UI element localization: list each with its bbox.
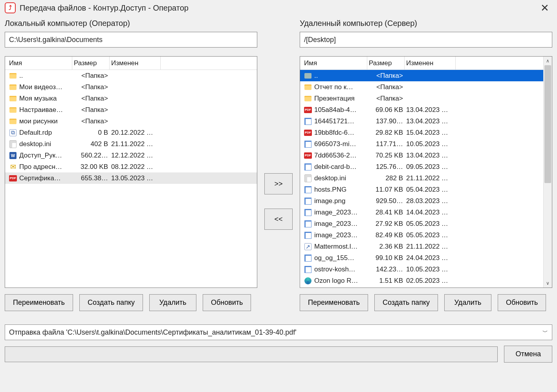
file-size: 142.23… [367, 266, 405, 273]
local-path-input[interactable]: C:\Users\t.galkina\Documents [5, 32, 257, 48]
file-size: 137.90… [367, 117, 405, 125]
table-row[interactable]: image_2023… 27.92 KB 05.05.2023 … [300, 218, 543, 229]
file-size: 82.49 KB [367, 231, 405, 239]
file-modified: 21.11.2022 … [405, 174, 456, 182]
table-row[interactable]: 164451721… 137.90… 13.04.2023 … [300, 115, 543, 127]
file-size: 1.51 KB [367, 277, 405, 285]
cancel-button[interactable]: Отмена [504, 346, 552, 363]
chevron-down-icon: ﹀ [542, 329, 548, 336]
file-size: 28.41 KB [367, 209, 405, 216]
table-row[interactable]: .. <Папка> [5, 70, 257, 81]
ini-icon [304, 174, 312, 182]
table-row[interactable]: ostrov-kosh… 142.23… 10.05.2023 … [300, 264, 543, 275]
table-row[interactable]: 105a84ab-4… 69.06 KB 13.04.2023 … [300, 104, 543, 115]
col-size[interactable]: Размер [72, 57, 110, 70]
file-size: 29.82 KB [367, 129, 405, 137]
img-icon [304, 186, 312, 194]
table-row[interactable]: Ozon logo R… 1.51 KB 02.05.2023 … [300, 275, 543, 286]
file-modified: 13.04.2023 … [405, 106, 456, 114]
file-modified: 20.12.2022 … [110, 129, 161, 137]
remote-path-input[interactable]: /[Desktop] [300, 32, 552, 48]
file-modified: 08.12.2022 … [110, 163, 161, 171]
scroll-up-icon[interactable]: ∧ [544, 57, 552, 65]
table-row[interactable]: Доступ_Рук… 560.22… 12.12.2022 … [5, 150, 257, 161]
table-row[interactable]: hosts.PNG 11.07 KB 05.04.2023 … [300, 184, 543, 195]
local-delete-button[interactable]: Удалить [149, 294, 196, 311]
file-size: 27.92 KB [367, 220, 405, 228]
table-row[interactable]: .. <Папка> [300, 70, 543, 81]
col-name[interactable]: Имя [7, 57, 72, 70]
local-mkdir-button[interactable]: Создать папку [79, 294, 143, 311]
rdp-icon [9, 129, 17, 137]
file-size: 125.76… [367, 163, 405, 171]
close-icon[interactable]: ✕ [537, 0, 552, 16]
table-row[interactable]: image_2023… 28.41 KB 14.04.2023 … [300, 207, 543, 218]
table-row[interactable]: desktop.ini 402 B 21.11.2022 … [5, 138, 257, 150]
col-modified[interactable]: Изменен [405, 57, 456, 70]
table-row[interactable]: 7dd66536-2… 70.25 KB 13.04.2023 … [300, 150, 543, 161]
scroll-thumb[interactable] [544, 65, 551, 183]
img-icon [304, 163, 312, 171]
remote-refresh-button[interactable]: Обновить [498, 294, 546, 311]
table-row[interactable]: Mattermost.l… 2.36 KB 21.11.2022 … [300, 241, 543, 252]
file-name: .. [314, 72, 318, 80]
file-name: Сертифика… [19, 174, 61, 182]
col-modified[interactable]: Изменен [110, 57, 161, 70]
file-modified: 21.11.2022 … [110, 140, 161, 148]
file-name: image_2023… [314, 231, 358, 239]
status-dropdown[interactable]: Отправка файла 'C:\Users\t.galkina\Docum… [5, 324, 552, 340]
table-row[interactable]: image.png 929.50… 28.03.2023 … [300, 195, 543, 207]
table-row[interactable]: image_2023… 82.49 KB 05.05.2023 … [300, 229, 543, 241]
img-icon [304, 140, 312, 148]
col-size[interactable]: Размер [367, 57, 405, 70]
file-name: Настраивае… [19, 106, 63, 114]
table-row[interactable]: мои рисунки <Папка> [5, 115, 257, 127]
table-row[interactable]: Сертифика… 655.38… 13.05.2023 … [5, 172, 257, 184]
file-size: 2.36 KB [367, 243, 405, 251]
table-row[interactable]: Моя музыка <Папка> [5, 93, 257, 104]
table-row[interactable]: Default.rdp 0 B 20.12.2022 … [5, 127, 257, 138]
remote-mkdir-button[interactable]: Создать папку [374, 294, 438, 311]
scroll-down-icon[interactable]: ∨ [544, 279, 552, 288]
transfer-to-remote-button[interactable]: >> [264, 173, 293, 194]
pdf-icon [304, 106, 312, 114]
table-row[interactable]: Настраивае… <Папка> [5, 104, 257, 115]
file-name: Про адресн… [19, 163, 62, 171]
table-row[interactable]: Презентация <Папка> [300, 93, 543, 104]
table-row[interactable]: 19bb8fdc-6… 29.82 KB 15.04.2023 … [300, 127, 543, 138]
local-rename-button[interactable]: Переименовать [5, 294, 73, 311]
table-row[interactable]: desktop.ini 282 B 21.11.2022 … [300, 172, 543, 184]
transfer-to-local-button[interactable]: << [264, 209, 293, 230]
folder-alt-icon [304, 72, 312, 80]
table-row[interactable]: Про адресн… 32.00 KB 08.12.2022 … [5, 161, 257, 172]
file-name: Презентация [314, 95, 355, 103]
file-size: 282 B [367, 174, 405, 182]
file-size: 11.07 KB [367, 186, 405, 194]
remote-scrollbar[interactable]: ∧ ∨ [543, 57, 552, 288]
table-row[interactable]: debit-card-b… 125.76… 09.05.2023 … [300, 161, 543, 172]
local-file-list[interactable]: Имя Размер Изменен .. <Папка> Мои видеоз… [5, 56, 257, 288]
table-row[interactable]: 6965073-mi… 117.71… 10.05.2023 … [300, 138, 543, 150]
file-modified: 24.04.2023 … [405, 254, 456, 262]
file-modified: 10.05.2023 … [405, 266, 456, 273]
remote-rename-button[interactable]: Переименовать [300, 294, 368, 311]
table-row[interactable]: Мои видеоз… <Папка> [5, 81, 257, 93]
remote-file-list[interactable]: Имя Размер Изменен .. <Папка> Отчет по к… [300, 56, 552, 288]
remote-delete-button[interactable]: Удалить [444, 294, 491, 311]
folder-icon [9, 106, 17, 114]
file-name: 6965073-mi… [314, 140, 356, 148]
file-name: hosts.PNG [314, 186, 346, 194]
file-modified: 13.04.2023 … [405, 117, 456, 125]
folder-icon [9, 95, 17, 103]
folder-icon [304, 83, 312, 91]
table-row[interactable]: Отчет по к… <Папка> [300, 81, 543, 93]
local-refresh-button[interactable]: Обновить [203, 294, 251, 311]
mail-icon [9, 163, 17, 171]
col-name[interactable]: Имя [302, 57, 367, 70]
file-name: Доступ_Рук… [19, 152, 62, 159]
file-name: 7dd66536-2… [314, 152, 357, 159]
table-row[interactable]: og_og_155… 99.10 KB 24.04.2023 … [300, 252, 543, 264]
progress-bar [5, 346, 498, 362]
img-icon [304, 117, 312, 125]
file-name: ostrov-kosh… [314, 266, 355, 273]
